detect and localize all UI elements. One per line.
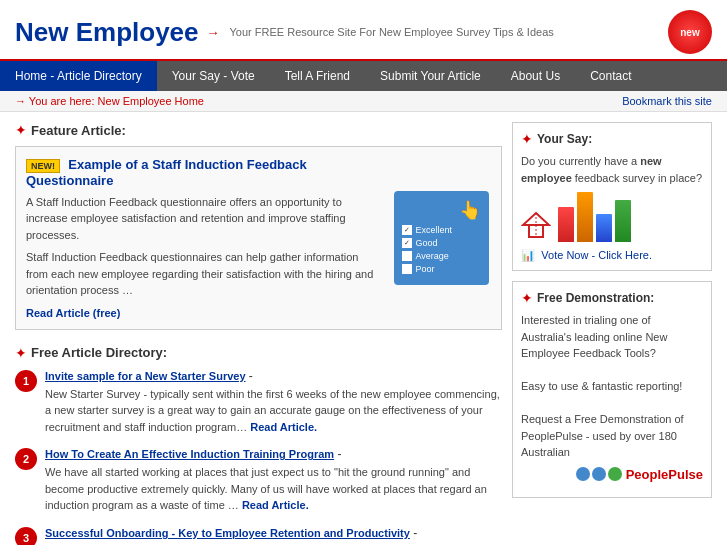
free-demo-line2: Easy to use & fantastic reporting! [521,380,682,392]
article-read-1[interactable]: Read Article. [250,421,317,433]
nav-about[interactable]: About Us [496,61,575,91]
header: New Employee → Your FREE Resource Site F… [0,0,727,61]
article-content-3: Successful Onboarding - Key to Employee … [45,526,502,545]
main-content: ✦ Feature Article: NEW! Example of a Sta… [0,112,727,545]
bar-chart-icon: 📊 [521,249,535,261]
article-content-1: Invite sample for a New Starter Survey -… [45,369,502,436]
article-item-1: 1 Invite sample for a New Starter Survey… [15,369,502,436]
nav-vote[interactable]: Your Say - Vote [157,61,270,91]
chart-container [521,192,703,242]
breadcrumb-path: New Employee Home [98,95,204,107]
article-title-3[interactable]: Successful Onboarding - Key to Employee … [45,527,410,539]
article-item-2: 2 How To Create An Effective Induction T… [15,447,502,514]
person-icon-2 [592,467,606,481]
check-poor [402,264,412,274]
vote-link[interactable]: Vote Now - Click Here. [541,249,652,261]
free-demo-text: Interested in trialing one of Australia'… [521,312,703,461]
article-num-3: 3 [15,527,37,545]
free-demo-line3: Request a Free Demonstration of PeoplePu… [521,413,684,458]
feature-star-icon: ✦ [15,122,27,138]
nav-contact[interactable]: Contact [575,61,646,91]
check-excellent: ✓ [402,225,412,235]
right-column: ✦ Your Say: Do you currently have a new … [512,122,712,545]
feature-article-box: NEW! Example of a Staff Induction Feedba… [15,146,502,330]
article-desc-2: We have all started working at places th… [45,464,502,514]
free-demo-header: ✦ Free Demonstration: [521,290,703,306]
nav-friend[interactable]: Tell A Friend [270,61,365,91]
feature-article-link[interactable]: Example of a Staff Induction Feedback Qu… [26,157,307,188]
person-icon-1 [576,467,590,481]
person-icon-3 [608,467,622,481]
site-title: New Employee [15,17,199,48]
card-row-excellent: ✓ Excellent [402,225,481,235]
article-title-2[interactable]: How To Create An Effective Induction Tra… [45,448,334,460]
your-say-question: Do you currently have a new employee fee… [521,153,703,186]
card-row-poor: Poor [402,264,481,274]
navigation: Home - Article Directory Your Say - Vote… [0,61,727,91]
nav-submit[interactable]: Submit Your Article [365,61,496,91]
feature-article-content: NEW! Example of a Staff Induction Feedba… [26,157,381,319]
card-row-average: Average [402,251,481,261]
check-average [402,251,412,261]
free-demo-section: ✦ Free Demonstration: Interested in tria… [512,281,712,498]
article-item-3: 3 Successful Onboarding - Key to Employe… [15,526,502,545]
feature-desc-2: Staff Induction Feedback questionnaires … [26,249,381,299]
articles-section: ✦ Free Article Directory: 1 Invite sampl… [15,345,502,545]
feature-new-badge: NEW! [26,159,60,173]
breadcrumb: → You are here: New Employee Home [15,95,204,107]
free-demo-title: Free Demonstration: [537,291,654,305]
bar-chart [558,192,631,242]
articles-section-header: ✦ Free Article Directory: [15,345,502,361]
breadcrumb-bar: → You are here: New Employee Home Bookma… [0,91,727,112]
bar-1 [558,207,574,242]
bar-4 [615,200,631,242]
check-good: ✓ [402,238,412,248]
feature-image-area: 👆 ✓ Excellent ✓ Good Average [391,157,491,319]
article-content-2: How To Create An Effective Induction Tra… [45,447,502,514]
article-desc-1: New Starter Survey - typically sent with… [45,386,502,436]
feature-title-line: NEW! Example of a Staff Induction Feedba… [26,157,381,188]
site-tagline: Your FREE Resource Site For New Employee… [230,26,554,38]
article-read-2[interactable]: Read Article. [242,499,309,511]
bar-2 [577,192,593,242]
nav-home[interactable]: Home - Article Directory [0,61,157,91]
articles-star-icon: ✦ [15,345,27,361]
your-say-title: Your Say: [537,132,592,146]
free-demo-star-icon: ✦ [521,290,533,306]
header-arrow: → [207,25,220,40]
your-say-section: ✦ Your Say: Do you currently have a new … [512,122,712,271]
bar-3 [596,214,612,242]
feature-desc-1: A Staff Induction Feedback questionnaire… [26,194,381,244]
your-say-bold: new employee [521,155,662,184]
article-num-1: 1 [15,370,37,392]
breadcrumb-arrow: → You are here: [15,95,95,107]
your-say-header: ✦ Your Say: [521,131,703,147]
feature-section-header: ✦ Feature Article: [15,122,502,138]
free-demo-line1: Interested in trialing one of Australia'… [521,314,667,359]
your-say-star-icon: ✦ [521,131,533,147]
feature-section-title: Feature Article: [31,123,126,138]
survey-card: 👆 ✓ Excellent ✓ Good Average [394,191,489,285]
people-pulse-brand: PeoplePulse [626,467,703,482]
articles-section-title: Free Article Directory: [31,345,167,360]
left-column: ✦ Feature Article: NEW! Example of a Sta… [15,122,502,545]
people-pulse-area: PeoplePulse [521,467,703,483]
people-pulse-label: PeoplePulse [626,467,703,482]
bookmark-link[interactable]: Bookmark this site [622,95,712,107]
people-icons-group [576,467,622,483]
article-title-1[interactable]: Invite sample for a New Starter Survey [45,370,246,382]
new-badge: new [668,10,712,54]
house-svg [521,209,551,239]
finger-icon: 👆 [459,199,481,221]
card-row-good: ✓ Good [402,238,481,248]
article-num-2: 2 [15,448,37,470]
vote-area: 📊 Vote Now - Click Here. [521,248,703,262]
house-chart-icon [521,209,551,242]
feature-read-link[interactable]: Read Article (free) [26,307,381,319]
